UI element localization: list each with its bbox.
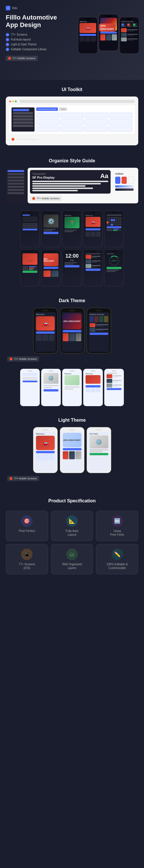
typography-label: Typography bbox=[32, 172, 108, 175]
light-theme-section: Light Theme Welcome, 🚗 bbox=[0, 413, 144, 487]
car-thumbnail bbox=[121, 28, 127, 32]
text-line bbox=[65, 230, 77, 230]
screen-content: 20% DISCOUNT bbox=[62, 432, 83, 471]
car-card-light bbox=[69, 451, 75, 459]
phone-screen: Vehicle Services bbox=[89, 312, 110, 352]
phone-notch bbox=[112, 212, 116, 213]
service-label bbox=[133, 26, 137, 27]
nav-item bbox=[7, 170, 24, 172]
component-item bbox=[109, 119, 133, 125]
service-label bbox=[127, 26, 131, 27]
services-icons bbox=[90, 316, 108, 322]
screen-content: 20% DISCOUNT bbox=[62, 312, 83, 352]
greeting: Welcome, bbox=[36, 433, 55, 435]
nav-item bbox=[7, 176, 24, 178]
cal-day bbox=[118, 224, 120, 226]
catalog-item bbox=[86, 255, 100, 259]
stat-label bbox=[22, 268, 28, 269]
car-item bbox=[106, 379, 122, 383]
key bbox=[34, 377, 36, 378]
key bbox=[27, 227, 28, 228]
phone-notch bbox=[96, 429, 101, 431]
stat-fill bbox=[29, 268, 34, 269]
cal-day bbox=[120, 221, 122, 223]
car-info bbox=[127, 38, 138, 40]
car-list bbox=[90, 323, 108, 332]
tab-styles[interactable]: Styles bbox=[59, 107, 67, 111]
service-icon bbox=[127, 24, 129, 26]
component-item bbox=[85, 119, 108, 125]
light-phone-2: 20% DISCOUNT bbox=[60, 427, 85, 473]
toolkit-main-area: Components & Variants Styles bbox=[36, 107, 133, 131]
key bbox=[36, 378, 38, 380]
auto-layout-icon: 📐 bbox=[66, 515, 78, 527]
sidebar-item bbox=[13, 122, 33, 124]
service-label bbox=[122, 26, 125, 27]
car-name bbox=[127, 34, 138, 35]
cal-day bbox=[109, 219, 111, 221]
service-item bbox=[91, 36, 96, 42]
key bbox=[22, 223, 24, 225]
phone-notch bbox=[91, 212, 95, 213]
key bbox=[28, 227, 30, 228]
promo-banner: 20% DISCOUNT bbox=[63, 313, 81, 329]
parts-photo: ⚙️ bbox=[90, 435, 108, 448]
car-item bbox=[106, 383, 122, 388]
screen-row-1: ⚙️ Malaysia 📍 bbox=[6, 211, 138, 248]
keyboard bbox=[22, 223, 38, 228]
car-name bbox=[92, 256, 100, 257]
key bbox=[26, 227, 27, 228]
spec-card-fonts: 🔤 Using Free Fonts bbox=[96, 511, 138, 541]
type-line bbox=[32, 188, 93, 189]
screen-row-2: 🏎️ bbox=[6, 249, 138, 287]
cal-day bbox=[111, 224, 113, 226]
phone-notch bbox=[43, 310, 48, 311]
phone-inner bbox=[83, 250, 102, 286]
key bbox=[32, 225, 33, 226]
text-line bbox=[44, 229, 55, 230]
light-theme-title: Light Theme bbox=[6, 417, 138, 423]
car-row bbox=[100, 34, 117, 40]
view-all-btn bbox=[86, 269, 100, 271]
key bbox=[22, 378, 24, 380]
check-icon: ✓ bbox=[6, 38, 9, 41]
phone-screen: 20% DISCOUNT bbox=[62, 432, 83, 471]
screen-header bbox=[22, 215, 30, 216]
product-spec-section: Product Specification 🎯 Pixel Perfect 📐 … bbox=[0, 487, 144, 583]
cal-day bbox=[120, 217, 122, 219]
spec-card-layout: 📐 Fully Auto Layout bbox=[51, 511, 93, 541]
pixel-perfect-icon: 🎯 bbox=[21, 515, 32, 527]
tab-components[interactable]: Components & Variants bbox=[36, 107, 58, 111]
progress-circle: 100% bbox=[109, 256, 119, 266]
key bbox=[32, 223, 33, 225]
stat-bar bbox=[29, 268, 38, 269]
phone-screen: 20% DISCOUNT bbox=[62, 312, 83, 352]
progress-phone: 100% bbox=[104, 249, 124, 287]
hero-phone-2: 🚙 20% DISCOUNT bbox=[98, 14, 119, 51]
stat-fill bbox=[29, 266, 36, 267]
dark-phone-2: 20% DISCOUNT bbox=[60, 308, 85, 353]
car-selection bbox=[44, 271, 58, 277]
car-price bbox=[127, 35, 134, 36]
key bbox=[27, 377, 28, 378]
phone-notch bbox=[112, 251, 116, 252]
dark-theme-badge-row: 77+ Mobile Screens bbox=[6, 356, 138, 366]
car-item bbox=[112, 34, 117, 40]
component-item bbox=[36, 126, 59, 131]
input bbox=[22, 373, 38, 376]
stat-bar bbox=[113, 229, 122, 229]
cal-day bbox=[120, 224, 122, 226]
spec-label: Using Free Fonts bbox=[110, 529, 124, 536]
stat-bar bbox=[29, 269, 38, 270]
key bbox=[24, 223, 25, 225]
complete-btn bbox=[106, 267, 122, 269]
dark-phone-1: Welcome, 🚗 bbox=[33, 308, 57, 353]
phone-content: Vehicle Services bbox=[120, 20, 139, 42]
phone-inner: 20% DISCOUNT bbox=[61, 428, 84, 472]
key bbox=[32, 378, 33, 380]
service-icon-card bbox=[90, 316, 94, 322]
feature-item: ✓ Full Auto-layout bbox=[6, 38, 75, 41]
screen-content: 12:00 PM bbox=[64, 253, 80, 285]
calendar-grid bbox=[106, 217, 122, 226]
service-row-light bbox=[86, 388, 100, 392]
